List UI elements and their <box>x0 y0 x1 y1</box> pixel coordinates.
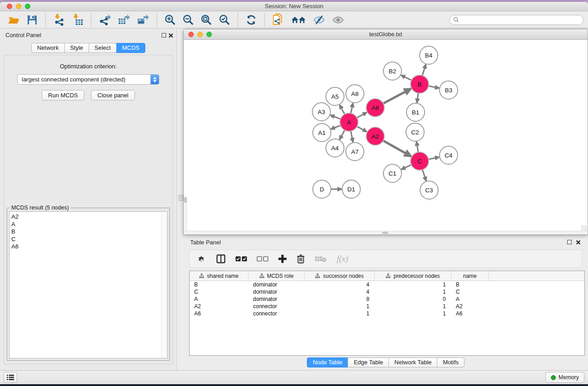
close-panel-icon[interactable] <box>168 33 173 38</box>
cell-successor-nodes[interactable]: 1 <box>305 303 375 310</box>
network-graph[interactable]: B4B2BB3A5A8A6A3B1AA1C2A2A4A7C4CC1C3DD1 <box>184 40 588 232</box>
cell-shared-name[interactable]: A <box>190 295 249 303</box>
graph-node-B1[interactable]: B1 <box>406 103 425 121</box>
canvas-horizontal-scrollbar[interactable] <box>184 231 588 234</box>
zoom-selected-button[interactable] <box>219 14 230 26</box>
column-header-name[interactable]: name <box>451 271 489 281</box>
graph-node-A3[interactable]: A3 <box>312 103 330 121</box>
toggle-panel-layout-button[interactable] <box>216 254 226 264</box>
result-item-c[interactable]: C <box>11 236 167 243</box>
cell-predecessor-nodes[interactable]: 0 <box>375 295 451 303</box>
delete-table-button[interactable] <box>315 255 327 262</box>
import-table-button[interactable] <box>72 14 84 26</box>
export-network-button[interactable] <box>99 14 111 26</box>
network-close-button[interactable] <box>188 32 194 37</box>
graph-node-A1[interactable]: A1 <box>313 124 331 142</box>
table-tab-edge-table[interactable]: Edge Table <box>348 357 389 367</box>
graph-node-A5[interactable]: A5 <box>326 87 344 105</box>
graph-node-A6[interactable]: A6 <box>366 99 384 117</box>
graph-node-A4[interactable]: A4 <box>326 139 344 157</box>
show-hidden-button[interactable] <box>332 14 344 26</box>
table-settings-button[interactable] <box>197 254 206 264</box>
open-session-button[interactable] <box>8 14 20 26</box>
cell-successor-nodes[interactable]: 4 <box>305 288 375 295</box>
tab-style[interactable]: Style <box>64 43 89 53</box>
cell-name[interactable]: A2 <box>451 303 489 310</box>
graph-node-C4[interactable]: C4 <box>440 146 458 164</box>
cell-name[interactable]: A <box>451 295 489 303</box>
result-item-a6[interactable]: A6 <box>11 243 167 251</box>
tab-mcds[interactable]: MCDS <box>116 43 145 53</box>
create-column-button[interactable] <box>278 254 287 263</box>
graph-node-C2[interactable]: C2 <box>406 123 424 141</box>
tab-select[interactable]: Select <box>89 43 117 53</box>
cell-mcds-role[interactable]: dominator <box>249 281 305 288</box>
close-panel-button[interactable]: Close panel <box>91 90 135 100</box>
table-row-a2[interactable]: A2connector11A2 <box>190 303 584 310</box>
cell-predecessor-nodes[interactable]: 1 <box>375 310 451 317</box>
network-minimize-button[interactable] <box>197 32 203 37</box>
cell-successor-nodes[interactable]: 8 <box>305 295 375 303</box>
close-table-panel-icon[interactable] <box>576 240 581 245</box>
search-input[interactable] <box>459 16 583 24</box>
cell-mcds-role[interactable]: dominator <box>249 288 305 295</box>
node-table[interactable]: shared nameMCDS rolesuccessor nodesprede… <box>189 271 585 356</box>
float-table-panel-icon[interactable] <box>567 240 572 244</box>
cell-mcds-role[interactable]: connector <box>249 310 305 317</box>
vertical-scroll-thumb[interactable] <box>184 197 186 203</box>
cell-name[interactable]: C <box>451 288 489 295</box>
graph-node-A[interactable]: A <box>340 113 358 131</box>
mcds-result-list[interactable]: A2ABCA6 <box>9 211 167 358</box>
float-panel-icon[interactable] <box>162 33 166 38</box>
cell-predecessor-nodes[interactable]: 1 <box>375 303 451 310</box>
column-header-mcds-role[interactable]: MCDS role <box>249 271 305 281</box>
cell-shared-name[interactable]: B <box>190 281 249 288</box>
memory-button[interactable]: Memory <box>545 372 584 383</box>
export-image-button[interactable] <box>137 14 149 26</box>
close-window-button[interactable] <box>7 4 12 9</box>
split-divider-handle[interactable] <box>179 195 183 201</box>
two-houses-button[interactable] <box>291 14 306 26</box>
graph-node-C[interactable]: C <box>411 152 429 170</box>
table-row-c[interactable]: Cdominator41C <box>190 288 584 295</box>
cell-predecessor-nodes[interactable]: 1 <box>375 281 451 288</box>
network-canvas[interactable]: B4B2BB3A5A8A6A3B1AA1C2A2A4A7C4CC1C3DD1 <box>184 40 588 232</box>
graph-node-B[interactable]: B <box>411 75 429 93</box>
graph-node-B2[interactable]: B2 <box>383 62 402 80</box>
zoom-in-button[interactable] <box>164 14 176 26</box>
network-maximize-button[interactable] <box>206 32 212 37</box>
graph-node-A8[interactable]: A8 <box>346 85 364 103</box>
cell-successor-nodes[interactable]: 4 <box>305 281 375 288</box>
cell-successor-nodes[interactable]: 1 <box>305 310 375 317</box>
cell-predecessor-nodes[interactable]: 1 <box>375 288 451 295</box>
table-row-a6[interactable]: A6connector11A6 <box>190 310 584 317</box>
graph-node-D[interactable]: D <box>313 180 331 198</box>
result-item-b[interactable]: B <box>11 228 167 236</box>
save-session-button[interactable] <box>26 14 38 26</box>
show-all-columns-button[interactable] <box>235 256 247 262</box>
delete-columns-button[interactable] <box>296 254 305 264</box>
cell-shared-name[interactable]: A6 <box>190 310 249 317</box>
run-mcds-button[interactable]: Run MCDS <box>42 90 84 100</box>
table-row-a[interactable]: Adominator80A <box>190 295 584 303</box>
cell-mcds-role[interactable]: dominator <box>249 295 305 303</box>
graph-node-A2[interactable]: A2 <box>366 127 384 145</box>
graph-node-B4[interactable]: B4 <box>420 46 438 64</box>
cell-name[interactable]: A6 <box>451 310 489 317</box>
table-tab-network-table[interactable]: Network Table <box>388 357 437 367</box>
result-item-a[interactable]: A <box>11 221 167 229</box>
result-item-a2[interactable]: A2 <box>11 213 167 221</box>
network-from-selection-button[interactable] <box>272 13 285 27</box>
column-header-shared-name[interactable]: shared name <box>190 271 249 281</box>
zoom-out-button[interactable] <box>182 14 194 26</box>
graph-node-D1[interactable]: D1 <box>342 180 360 198</box>
function-builder-button[interactable]: f(x) <box>337 254 348 264</box>
zoom-fit-button[interactable] <box>201 14 212 26</box>
hide-selected-button[interactable] <box>313 14 325 26</box>
maximize-window-button[interactable] <box>25 4 30 9</box>
graph-node-C3[interactable]: C3 <box>420 181 438 199</box>
optimization-dropdown[interactable]: largest connected component (directed) <box>17 74 159 85</box>
minimize-window-button[interactable] <box>16 4 21 9</box>
column-header-predecessor-nodes[interactable]: predecessor nodes <box>375 271 451 281</box>
cell-mcds-role[interactable]: connector <box>249 303 305 310</box>
